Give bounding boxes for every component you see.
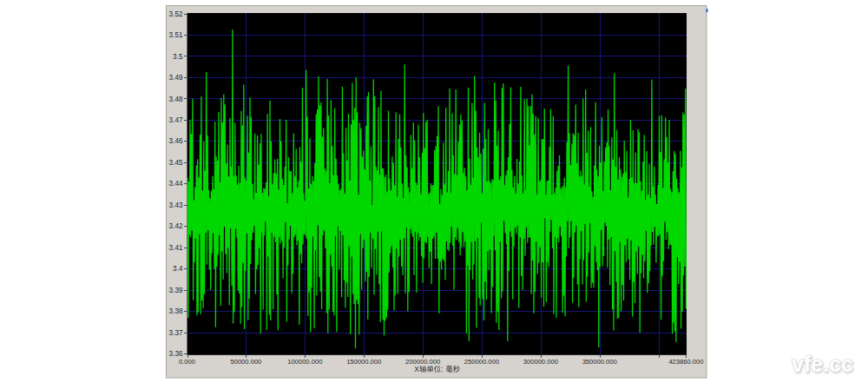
- svg-text:50000.000: 50000.000: [230, 358, 261, 366]
- svg-text:X: X: [414, 365, 419, 373]
- svg-text:3.41: 3.41: [169, 244, 183, 252]
- svg-text:300000.000: 300000.000: [523, 358, 558, 366]
- svg-text:3.39: 3.39: [169, 287, 183, 294]
- svg-text:3.45: 3.45: [169, 159, 183, 167]
- svg-text:3.38: 3.38: [169, 307, 183, 315]
- svg-text:3.52: 3.52: [169, 10, 183, 18]
- svg-text:3.44: 3.44: [169, 180, 183, 188]
- svg-text:3.47: 3.47: [169, 116, 183, 124]
- svg-text:250000.000: 250000.000: [464, 358, 499, 366]
- svg-text:350000.000: 350000.000: [582, 358, 617, 366]
- svg-text::: :: [441, 365, 443, 373]
- svg-text:3.42: 3.42: [169, 222, 183, 230]
- svg-text:150000.000: 150000.000: [346, 358, 381, 366]
- svg-text:3.46: 3.46: [169, 137, 183, 145]
- svg-text:200000.000: 200000.000: [405, 358, 440, 366]
- svg-text:3.51: 3.51: [169, 31, 183, 39]
- svg-text:vfe.cc: vfe.cc: [792, 352, 853, 376]
- svg-text:0.000: 0.000: [179, 358, 195, 366]
- svg-text:3.48: 3.48: [169, 96, 183, 103]
- svg-text:3.37: 3.37: [169, 329, 183, 337]
- svg-text:3.5: 3.5: [173, 53, 183, 61]
- svg-text:3.4: 3.4: [173, 265, 183, 273]
- svg-text:3.43: 3.43: [169, 201, 183, 209]
- svg-text:100000.000: 100000.000: [287, 358, 322, 366]
- svg-text:3.36: 3.36: [169, 350, 183, 358]
- svg-text:3.49: 3.49: [169, 74, 183, 82]
- svg-text:423860.000: 423860.000: [668, 358, 703, 366]
